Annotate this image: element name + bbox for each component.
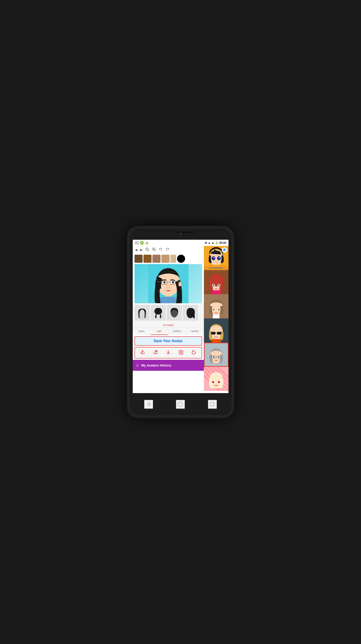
save-button-container: Save Your Avatar	[133, 335, 204, 347]
svg-point-63	[213, 308, 214, 310]
save-avatar-button[interactable]: Save Your Avatar	[135, 336, 202, 346]
wifi-icon: ▲	[208, 241, 211, 244]
svg-point-64	[218, 308, 220, 310]
share-button-1[interactable]	[138, 349, 147, 357]
mute-icon: ⊖	[205, 241, 207, 244]
status-right: ⊖ ▲ ▲ 🔋 20:24	[205, 241, 226, 244]
svg-line-7	[148, 242, 148, 242]
color-swatch-1[interactable]	[135, 255, 143, 263]
svg-rect-36	[156, 350, 158, 352]
svg-point-34	[138, 310, 146, 319]
back-button[interactable]: ◀	[135, 248, 138, 252]
svg-point-5	[147, 243, 148, 244]
history-icon: ☺	[135, 363, 139, 368]
left-panel: ◀ ▶	[133, 246, 204, 393]
svg-rect-65	[213, 315, 220, 318]
sidebar-avatar-5[interactable]	[204, 342, 228, 367]
sidebar-avatar-1[interactable]: AVATARIUM	[204, 246, 228, 270]
tabs: eyes hair clothes backs	[133, 328, 204, 335]
svg-point-96	[218, 381, 220, 383]
hair-option-2[interactable]	[151, 305, 166, 321]
svg-point-95	[212, 381, 214, 383]
forward-button[interactable]: ▶	[140, 248, 143, 252]
svg-rect-101	[211, 402, 214, 406]
download-button[interactable]	[164, 349, 173, 357]
reset-button[interactable]	[190, 349, 198, 357]
svg-point-35	[171, 310, 178, 318]
svg-point-47	[212, 257, 215, 260]
right-sidebar: AVATARIUM	[204, 246, 228, 393]
delete-button[interactable]	[177, 349, 185, 357]
undo-button[interactable]	[158, 247, 163, 252]
svg-point-97	[213, 381, 214, 382]
share-button-2[interactable]	[151, 349, 160, 357]
color-swatch-2[interactable]	[143, 255, 152, 263]
zoom-out-button[interactable]	[145, 247, 150, 252]
svg-point-98	[219, 381, 220, 382]
svg-rect-58	[212, 290, 221, 294]
svg-point-20	[178, 282, 182, 286]
color-swatch-6[interactable]	[177, 255, 185, 263]
status-bar: 73 ⊖ ▲ ▲ 🔋 20:24	[133, 240, 228, 246]
color-swatch-3[interactable]	[152, 255, 160, 263]
category-label: on head	[133, 322, 204, 328]
svg-rect-69	[217, 332, 221, 334]
svg-point-27	[165, 282, 165, 282]
phone-frame: 73 ⊖ ▲ ▲ 🔋 20:24	[127, 226, 234, 418]
phone-inner: 73 ⊖ ▲ ▲ 🔋 20:24	[130, 228, 232, 416]
color-swatch-5[interactable]	[170, 255, 176, 263]
sidebar-avatar-6-img	[204, 367, 228, 391]
tab-hair[interactable]: hair	[150, 328, 168, 335]
hair-option-1[interactable]	[135, 305, 150, 321]
svg-point-100	[178, 402, 183, 406]
avatar-background	[135, 264, 202, 303]
svg-rect-39	[180, 350, 182, 351]
svg-point-28	[173, 282, 174, 282]
svg-line-10	[148, 250, 149, 251]
recent-nav-button[interactable]	[208, 400, 217, 409]
screen: 73 ⊖ ▲ ▲ 🔋 20:24	[133, 240, 228, 393]
hair-options	[133, 303, 204, 322]
toolbar: ◀ ▶	[133, 246, 204, 253]
home-nav-button[interactable]	[176, 400, 185, 409]
sidebar-avatar-5-img	[205, 343, 228, 366]
hair-option-3[interactable]	[167, 305, 182, 321]
svg-line-14	[155, 250, 156, 251]
sidebar-avatar-4[interactable]	[204, 318, 228, 342]
status-left: 73	[135, 241, 149, 245]
hair-option-4[interactable]	[183, 305, 198, 321]
time-display: 20:24	[219, 241, 226, 244]
nav-bar	[133, 393, 228, 416]
avatar-face	[148, 264, 188, 303]
sidebar-avatar-2[interactable]	[204, 270, 228, 294]
svg-point-49	[213, 257, 214, 258]
avatar-canvas	[135, 264, 202, 303]
color-swatches	[133, 253, 204, 264]
color-swatch-4[interactable]	[161, 255, 169, 263]
sidebar-avatar-6[interactable]	[204, 367, 228, 391]
zoom-in-button[interactable]	[152, 247, 156, 252]
svg-line-6	[146, 242, 146, 242]
svg-rect-68	[211, 332, 216, 334]
phone-speaker	[176, 232, 194, 233]
tab-clothes[interactable]: clothes	[168, 328, 186, 335]
svg-point-79	[218, 356, 220, 358]
battery-icon: 🔋	[215, 241, 218, 244]
svg-point-56	[213, 284, 214, 286]
history-button[interactable]: ☺ My Avatars History	[133, 360, 204, 371]
back-nav-button[interactable]	[144, 400, 153, 409]
phone-camera	[179, 232, 182, 235]
sidebar-avatar-2-img	[204, 270, 228, 294]
messenger-icon	[223, 248, 226, 252]
svg-point-78	[213, 356, 215, 358]
redo-button[interactable]	[165, 247, 170, 252]
avatarium-label: AVATARIUM	[209, 267, 223, 269]
tab-eyes[interactable]: eyes	[133, 328, 151, 335]
action-buttons	[135, 347, 202, 358]
svg-point-48	[218, 257, 220, 260]
history-label: My Avatars History	[141, 363, 171, 367]
sidebar-avatar-3[interactable]	[204, 294, 228, 318]
svg-rect-3	[145, 243, 148, 244]
tab-backs[interactable]: backs	[186, 328, 204, 335]
main-content: ◀ ▶	[133, 246, 228, 393]
